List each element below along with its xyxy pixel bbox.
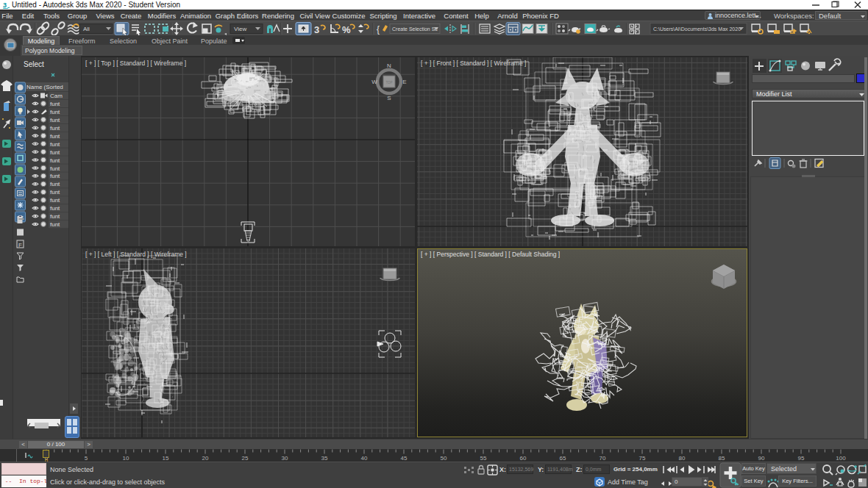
svg-text:15: 15 — [163, 455, 169, 462]
svg-text:50: 50 — [441, 455, 447, 462]
svg-text:55: 55 — [480, 455, 487, 462]
svg-text:5: 5 — [85, 455, 88, 462]
svg-text:View: View — [234, 26, 246, 32]
svg-text:E: E — [402, 79, 406, 85]
svg-text:Create Selection Se: Create Selection Se — [392, 26, 438, 32]
svg-text:85: 85 — [719, 455, 725, 462]
svg-text:70: 70 — [600, 455, 606, 462]
svg-text:3: 3 — [3, 1, 7, 9]
svg-text:N: N — [387, 62, 391, 69]
svg-text:%: % — [342, 24, 351, 35]
svg-text:W: W — [371, 79, 377, 85]
svg-text:TOP: TOP — [385, 81, 392, 85]
svg-text:20: 20 — [202, 455, 209, 462]
svg-text:All: All — [83, 26, 90, 32]
svg-text:3: 3 — [314, 24, 319, 35]
svg-text:60: 60 — [520, 455, 527, 462]
svg-text:90: 90 — [758, 455, 765, 462]
svg-text:45: 45 — [401, 455, 408, 462]
svg-text:{: { — [377, 24, 380, 35]
svg-text:35: 35 — [321, 455, 328, 462]
svg-text:C:\Users\AI\Documents\3ds Max: C:\Users\AI\Documents\3ds Max 2020 — [653, 26, 741, 32]
svg-text:S: S — [387, 95, 391, 101]
svg-text:75: 75 — [639, 455, 646, 462]
svg-text:10: 10 — [123, 455, 129, 462]
svg-text:95: 95 — [798, 455, 805, 462]
svg-text:65: 65 — [560, 455, 566, 462]
svg-text:30: 30 — [282, 455, 288, 462]
svg-text:40: 40 — [361, 455, 368, 462]
svg-text:80: 80 — [679, 455, 686, 462]
svg-text:25: 25 — [242, 455, 249, 462]
svg-text:100: 100 — [836, 455, 846, 462]
